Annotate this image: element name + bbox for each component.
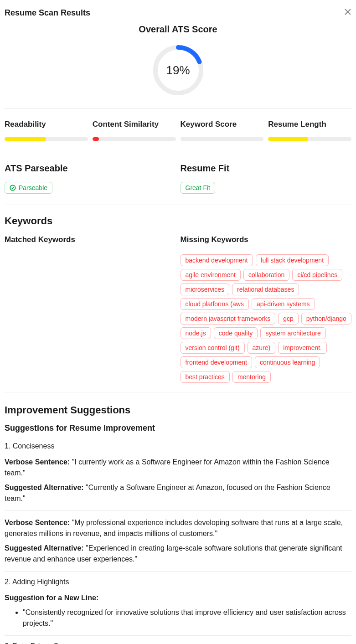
keywords-section-title: Keywords [5, 215, 351, 227]
metric-readability: Readability [5, 120, 88, 141]
suggestion-line: Suggestion for a New Line: [5, 592, 351, 603]
overall-score-label: Overall ATS Score [5, 24, 351, 35]
suggestion-group-heading: 1. Conciseness [5, 442, 351, 450]
keyword-tag: version control (git) [181, 342, 245, 354]
metric-content-similarity: Content Similarity [93, 120, 176, 141]
close-icon[interactable] [344, 8, 351, 15]
overall-score-donut: 19% [151, 43, 206, 98]
fit-badge-text: Great Fit [186, 184, 210, 191]
metric-label: Content Similarity [93, 120, 176, 129]
suggestions-title: Improvement Suggestions [5, 404, 351, 416]
suggestion-line-label: Suggestion for a New Line: [5, 594, 98, 602]
resume-fit-label: Resume Fit [181, 163, 352, 174]
suggestion-group: 1. ConcisenessVerbose Sentence: "I curre… [5, 442, 351, 572]
metric-bar [181, 137, 264, 141]
keyword-tag: system architecture [260, 327, 325, 339]
suggestion-group-heading: 2. Adding Highlights [5, 578, 351, 586]
missing-keywords-label: Missing Keywords [181, 235, 352, 244]
keyword-tag: backend development [181, 254, 253, 266]
metric-bar [268, 137, 351, 141]
suggestion-line-label: Verbose Sentence: [5, 519, 72, 526]
check-circle-icon [10, 185, 16, 191]
keyword-tag: code quality [214, 327, 258, 339]
suggestion-line: Verbose Sentence: "My professional exper… [5, 517, 351, 539]
suggestion-line-label: Suggested Alternative: [5, 544, 86, 552]
keyword-tag: modern javascript frameworks [181, 313, 276, 325]
keyword-tag: node.js [181, 327, 211, 339]
keyword-tag: full stack development [256, 254, 329, 266]
suggestion-line: Suggested Alternative: "Experienced in c… [5, 543, 351, 565]
keyword-tag: cloud platforms (aws [181, 298, 249, 310]
keyword-tag: microservices [181, 283, 230, 295]
metric-label: Keyword Score [181, 120, 264, 129]
metric-label: Resume Length [268, 120, 351, 129]
divider [5, 571, 351, 572]
divider [5, 510, 351, 511]
divider [5, 635, 351, 636]
keyword-tag: ci/cd pipelines [292, 269, 342, 281]
suggestion-line-label: Suggested Alternative: [5, 484, 86, 491]
page-title: Resume Scan Results [5, 8, 90, 18]
suggestion-bullet-list: "Consistently recognized for innovative … [5, 607, 351, 629]
keyword-tag: mentoring [232, 371, 271, 383]
metric-bar [5, 137, 88, 141]
suggestion-group-heading: 3. Data-Driven Successes [5, 642, 351, 644]
parseable-badge-text: Parseable [19, 184, 47, 191]
suggestion-group: 3. Data-Driven SuccessesIdentified Areas… [5, 642, 351, 644]
suggestion-bullet: "Consistently recognized for innovative … [23, 607, 351, 629]
keyword-tag: relational databases [232, 283, 299, 295]
suggestions-subtitle: Suggestions for Resume Improvement [5, 423, 351, 433]
keyword-tag: collaboration [243, 269, 289, 281]
keyword-tag: continuous learning [255, 356, 320, 368]
keyword-tag: api-driven systems [252, 298, 315, 310]
keyword-tag: azure) [248, 342, 276, 354]
suggestion-line-label: Verbose Sentence: [5, 458, 72, 466]
metric-resume-length: Resume Length [268, 120, 351, 141]
keyword-tag: python/django [301, 313, 351, 325]
suggestion-line: Suggested Alternative: "Currently a Soft… [5, 482, 351, 504]
overall-score-value: 19% [151, 43, 206, 98]
ats-parseable-label: ATS Parseable [5, 163, 176, 174]
keyword-tag: gcp [278, 313, 299, 325]
suggestion-group: 2. Adding HighlightsSuggestion for a New… [5, 578, 351, 636]
suggestion-line: Verbose Sentence: "I currently work as a… [5, 457, 351, 479]
metric-label: Readability [5, 120, 88, 129]
metric-bar [93, 137, 176, 141]
metric-keyword-score: Keyword Score [181, 120, 264, 141]
metrics-row: ReadabilityContent SimilarityKeyword Sco… [5, 108, 351, 152]
matched-keywords-label: Matched Keywords [5, 235, 176, 244]
keyword-tag: frontend development [181, 356, 252, 368]
parseable-badge: Parseable [5, 182, 52, 194]
keyword-tag: improvement. [278, 342, 327, 354]
keyword-tag: agile environment [181, 269, 241, 281]
missing-keywords-list: backend developmentfull stack developmen… [181, 254, 352, 383]
keyword-tag: best practices [181, 371, 230, 383]
fit-badge: Great Fit [181, 182, 215, 194]
